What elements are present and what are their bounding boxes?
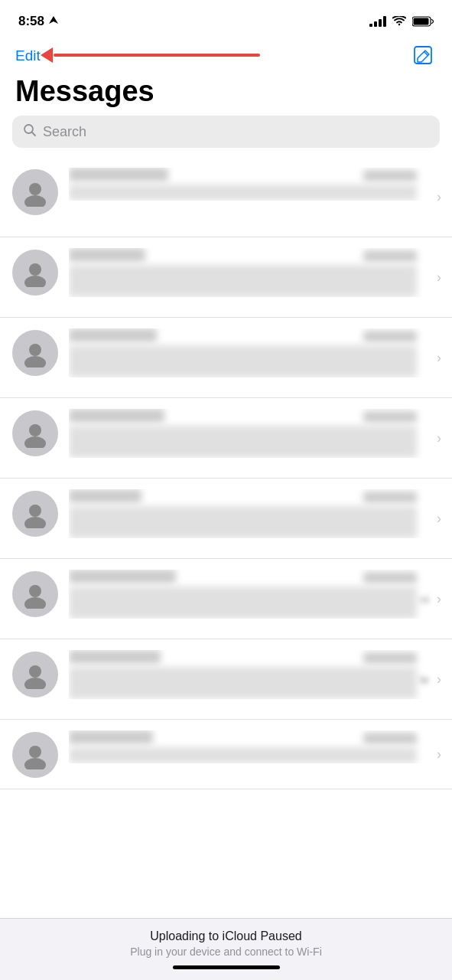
chevron-icon: ›: [437, 746, 441, 763]
list-item[interactable]: ›: [0, 720, 452, 789]
contact-name: [69, 489, 141, 503]
message-badge: ni: [420, 593, 429, 606]
message-badge: le: [420, 673, 429, 686]
wifi-icon: [392, 16, 406, 27]
chevron-icon: ›: [437, 511, 441, 527]
svg-point-19: [24, 678, 46, 689]
svg-point-6: [29, 183, 41, 195]
message-time: [363, 572, 417, 583]
svg-point-11: [24, 356, 46, 368]
list-item[interactable]: ›: [0, 318, 452, 398]
message-preview: [69, 265, 417, 297]
list-item[interactable]: ›: [0, 237, 452, 318]
avatar: [12, 732, 58, 778]
contact-name: [69, 328, 157, 342]
svg-marker-0: [49, 16, 58, 24]
svg-line-5: [32, 132, 36, 136]
compose-button[interactable]: [411, 43, 437, 69]
message-content: [69, 168, 440, 201]
annotation-arrow: [54, 54, 260, 57]
edit-button[interactable]: Edit: [15, 47, 41, 64]
contact-name: [69, 409, 164, 423]
arrow-head: [41, 47, 53, 63]
avatar: [12, 250, 58, 296]
svg-point-21: [24, 758, 46, 769]
search-bar[interactable]: Search: [12, 116, 440, 148]
message-preview: [69, 667, 417, 699]
svg-point-9: [24, 276, 46, 287]
list-item[interactable]: ni ›: [0, 559, 452, 639]
status-bar: 8:58: [0, 0, 452, 38]
bottom-status-bar: Uploading to iCloud Paused Plug in your …: [0, 918, 452, 980]
chevron-icon: ›: [437, 270, 441, 286]
message-list: › ›: [0, 157, 452, 789]
svg-point-16: [29, 585, 41, 597]
chevron-icon: ›: [437, 189, 441, 205]
message-time: [363, 652, 417, 664]
message-time: [363, 331, 417, 342]
list-item[interactable]: ›: [0, 479, 452, 559]
message-content: [69, 730, 440, 763]
avatar: [12, 652, 58, 697]
location-icon: [49, 16, 58, 27]
search-placeholder: Search: [43, 124, 86, 140]
svg-point-13: [24, 436, 46, 448]
chevron-icon: ›: [437, 350, 441, 366]
avatar: [12, 330, 58, 376]
status-time: 8:58: [18, 14, 58, 29]
message-content: [69, 248, 440, 297]
list-item[interactable]: ›: [0, 157, 452, 237]
message-preview: [69, 586, 417, 619]
message-time: [363, 411, 417, 423]
list-item[interactable]: le ›: [0, 639, 452, 720]
message-preview: [69, 747, 417, 763]
message-time: [363, 733, 417, 744]
compose-icon: [414, 46, 434, 66]
avatar: [12, 491, 58, 537]
message-preview: [69, 185, 417, 201]
bottom-bar-subtitle: Plug in your device and connect to Wi-Fi: [15, 946, 437, 958]
message-content: [69, 650, 440, 699]
message-content: [69, 570, 440, 619]
message-preview: [69, 345, 417, 377]
contact-name: [69, 168, 168, 181]
battery-icon: [412, 16, 434, 27]
list-item[interactable]: ›: [0, 398, 452, 479]
svg-rect-2: [414, 18, 429, 25]
svg-point-12: [29, 424, 41, 436]
avatar: [12, 571, 58, 617]
contact-name: [69, 650, 161, 664]
contact-name: [69, 570, 176, 583]
avatar: [12, 410, 58, 456]
contact-name: [69, 730, 153, 744]
arrow-line: [54, 54, 260, 57]
signal-icon: [369, 16, 386, 27]
message-time: [363, 250, 417, 262]
svg-point-7: [24, 195, 46, 207]
chevron-icon: ›: [437, 591, 441, 607]
message-time: [363, 492, 417, 503]
home-indicator: [173, 965, 280, 969]
svg-point-10: [29, 344, 41, 356]
nav-bar: Edit: [0, 38, 452, 72]
message-time: [363, 170, 417, 181]
svg-point-18: [29, 665, 41, 678]
contact-name: [69, 248, 145, 262]
search-icon: [23, 123, 37, 140]
svg-point-8: [29, 263, 41, 276]
svg-point-15: [24, 517, 46, 528]
message-preview: [69, 426, 417, 458]
message-preview: [69, 506, 417, 538]
svg-point-14: [29, 505, 41, 517]
search-container: Search: [0, 116, 452, 157]
chevron-icon: ›: [437, 430, 441, 446]
message-content: [69, 328, 440, 377]
chevron-icon: ›: [437, 671, 441, 688]
message-content: [69, 489, 440, 538]
status-icons: [369, 16, 434, 27]
bottom-bar-title: Uploading to iCloud Paused: [15, 929, 437, 943]
page-title: Messages: [0, 72, 452, 116]
avatar: [12, 169, 58, 215]
message-content: [69, 409, 440, 458]
svg-point-17: [24, 597, 46, 609]
